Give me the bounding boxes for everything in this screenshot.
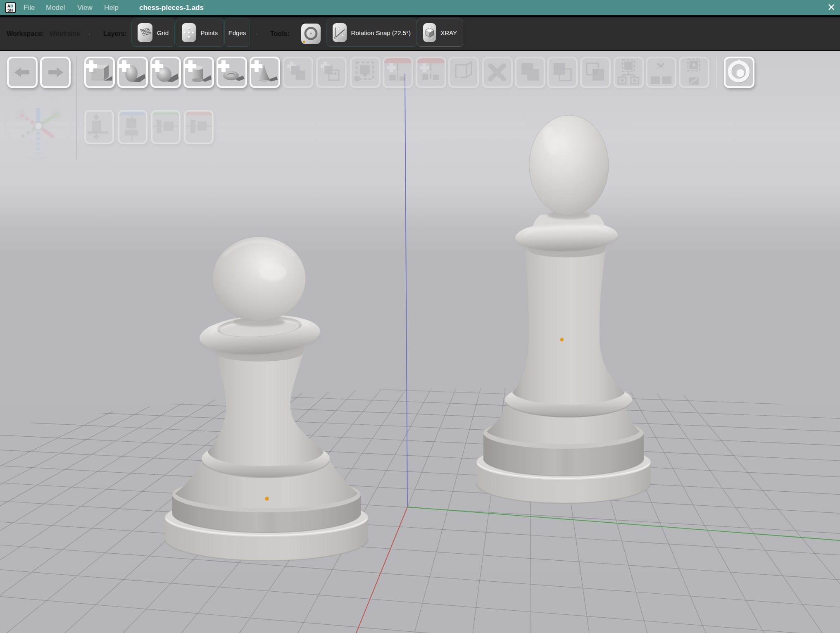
- svg-text:SH: SH: [7, 8, 13, 13]
